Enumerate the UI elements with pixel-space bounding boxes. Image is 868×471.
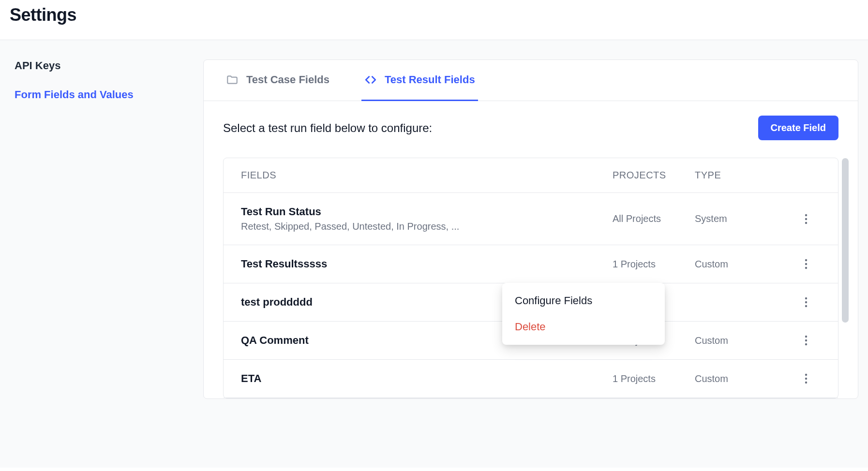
create-field-button[interactable]: Create Field (758, 116, 838, 140)
col-type: TYPE (695, 170, 792, 181)
row-actions-button[interactable] (792, 373, 821, 384)
svg-point-2 (805, 221, 807, 223)
row-actions-button[interactable] (792, 214, 821, 224)
svg-point-5 (805, 267, 807, 269)
tab-test-case-fields[interactable]: Test Case Fields (223, 60, 332, 101)
kebab-icon (805, 214, 808, 224)
tab-label: Test Result Fields (385, 74, 475, 86)
scrollbar-thumb[interactable] (842, 158, 849, 323)
table-header: FIELDS PROJECTS TYPE (224, 158, 838, 193)
svg-point-10 (805, 339, 807, 341)
svg-point-0 (805, 214, 807, 216)
row-actions-button[interactable] (792, 297, 821, 308)
table-row[interactable]: Test Resultsssss 1 Projects Custom (224, 245, 838, 283)
page-title-bar: Settings (0, 0, 868, 40)
svg-point-1 (805, 218, 807, 220)
field-desc: Retest, Skipped, Passed, Untested, In Pr… (241, 221, 613, 232)
menu-delete[interactable]: Delete (502, 314, 665, 340)
main-content: Test Case Fields Test Result Fields Sele… (203, 40, 868, 468)
tabs: Test Case Fields Test Result Fields (204, 60, 858, 101)
svg-point-6 (805, 297, 807, 299)
field-type: System (695, 213, 792, 224)
svg-point-4 (805, 263, 807, 265)
svg-point-7 (805, 301, 807, 303)
kebab-icon (805, 259, 808, 269)
tab-test-result-fields[interactable]: Test Result Fields (361, 60, 478, 101)
col-projects: PROJECTS (613, 170, 695, 181)
folder-icon (226, 74, 239, 86)
svg-point-12 (805, 374, 807, 376)
table-row[interactable]: Test Run Status Retest, Skipped, Passed,… (224, 193, 838, 245)
form-fields-panel: Test Case Fields Test Result Fields Sele… (203, 59, 858, 399)
col-fields: FIELDS (241, 170, 613, 181)
field-name: Test Run Status (241, 206, 613, 218)
row-actions-button[interactable] (792, 259, 821, 269)
settings-sidebar: API Keys Form Fields and Values (0, 40, 203, 468)
page-title: Settings (10, 5, 858, 25)
code-icon (364, 74, 377, 86)
svg-point-14 (805, 382, 807, 383)
row-actions-button[interactable] (792, 335, 821, 346)
kebab-icon (805, 373, 808, 384)
field-type: Custom (695, 335, 792, 346)
svg-point-8 (805, 305, 807, 307)
svg-point-11 (805, 343, 807, 345)
fields-table: FIELDS PROJECTS TYPE Test Run Status Ret… (223, 158, 838, 398)
field-type: Custom (695, 259, 792, 270)
field-projects: 1 Projects (613, 259, 695, 270)
svg-point-3 (805, 259, 807, 261)
svg-point-13 (805, 378, 807, 380)
field-name: ETA (241, 372, 613, 385)
sidebar-item-form-fields[interactable]: Form Fields and Values (15, 88, 189, 101)
svg-point-9 (805, 336, 807, 338)
kebab-icon (805, 297, 808, 308)
kebab-icon (805, 335, 808, 346)
table-row[interactable]: ETA 1 Projects Custom (224, 360, 838, 398)
panel-prompt: Select a test run field below to configu… (223, 121, 432, 135)
field-projects: All Projects (613, 213, 695, 224)
tab-label: Test Case Fields (246, 74, 329, 86)
menu-configure-fields[interactable]: Configure Fields (502, 288, 665, 314)
field-projects: 1 Projects (613, 373, 695, 384)
field-type: Custom (695, 373, 792, 384)
row-action-menu: Configure Fields Delete (502, 283, 665, 345)
field-name: Test Resultsssss (241, 258, 613, 270)
sidebar-item-api-keys[interactable]: API Keys (15, 59, 189, 72)
